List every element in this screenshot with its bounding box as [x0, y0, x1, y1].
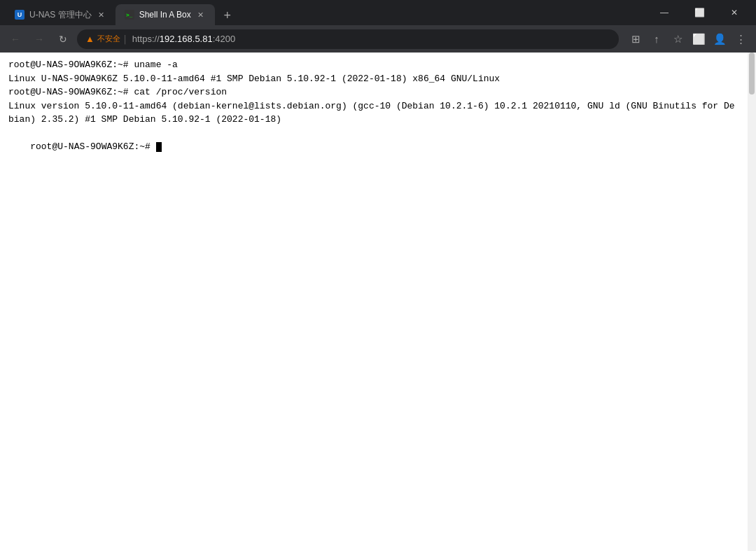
- warning-icon: ▲: [85, 34, 94, 44]
- close-button[interactable]: ✕: [718, 1, 750, 24]
- refresh-button[interactable]: ↻: [53, 29, 73, 49]
- tab-shell[interactable]: >_ Shell In A Box ✕: [115, 4, 215, 25]
- profile-icon[interactable]: 👤: [710, 29, 729, 49]
- watermark: 值 什么值得买: [689, 531, 746, 544]
- shell-favicon-icon: >_: [125, 10, 134, 20]
- extensions-icon[interactable]: ⬜: [689, 29, 708, 49]
- terminal-content[interactable]: root@U-NAS-9OWA9K6Z:~# uname -a Linux U-…: [0, 53, 748, 551]
- title-bar: U U-NAS 管理中心 ✕ >_ Shell In A Box ✕ +: [0, 0, 756, 25]
- terminal-line-1: Linux U-NAS-9OWA9K6Z 5.10.0-11-amd64 #1 …: [8, 72, 739, 86]
- cast-icon[interactable]: ⊞: [626, 29, 645, 49]
- forward-button[interactable]: →: [29, 29, 49, 49]
- unas-favicon-icon: U: [15, 10, 24, 20]
- window-controls: — ⬜ ✕: [648, 1, 750, 24]
- watermark-icon: 值: [689, 532, 698, 543]
- terminal-cursor: [156, 142, 162, 152]
- security-warning-text: 不安全: [97, 34, 120, 44]
- tabs-area: U U-NAS 管理中心 ✕ >_ Shell In A Box ✕ +: [6, 0, 648, 25]
- new-tab-button[interactable]: +: [218, 6, 237, 25]
- tab-shell-close[interactable]: ✕: [195, 9, 206, 20]
- bookmark-icon[interactable]: ☆: [668, 29, 687, 49]
- address-protocol: https://: [132, 34, 160, 44]
- tab-unas-favicon: U: [14, 9, 25, 20]
- terminal-line-4: root@U-NAS-9OWA9K6Z:~#: [8, 127, 739, 168]
- terminal-prompt: root@U-NAS-9OWA9K6Z:~#: [30, 141, 155, 152]
- terminal-line-2: root@U-NAS-9OWA9K6Z:~# cat /proc/version: [8, 85, 739, 99]
- toolbar-icons: ⊞ ↑ ☆ ⬜ 👤 ⋮: [626, 29, 750, 49]
- tab-unas[interactable]: U U-NAS 管理中心 ✕: [6, 4, 115, 25]
- security-warning: ▲ 不安全 │: [85, 34, 128, 44]
- terminal-line-0: root@U-NAS-9OWA9K6Z:~# uname -a: [8, 58, 739, 72]
- tab-unas-label: U-NAS 管理中心: [29, 9, 92, 21]
- scrollbar-track[interactable]: [748, 53, 756, 551]
- address-port: :4200: [213, 34, 236, 44]
- scrollbar-thumb[interactable]: [749, 53, 755, 95]
- share-icon[interactable]: ↑: [647, 29, 666, 49]
- address-url: https://192.168.5.81:4200: [132, 34, 610, 44]
- tab-unas-close[interactable]: ✕: [96, 9, 107, 20]
- menu-icon[interactable]: ⋮: [731, 29, 750, 49]
- address-input-wrap[interactable]: ▲ 不安全 │ https://192.168.5.81:4200: [77, 29, 619, 49]
- terminal-line-3: Linux version 5.10.0-11-amd64 (debian-ke…: [8, 99, 739, 127]
- tab-shell-favicon: >_: [124, 9, 135, 20]
- back-button[interactable]: ←: [6, 29, 25, 49]
- separator: │: [123, 35, 128, 43]
- address-host: 192.168.5.81: [160, 34, 213, 44]
- tab-shell-label: Shell In A Box: [139, 10, 191, 20]
- watermark-text: 什么值得买: [701, 532, 746, 543]
- browser-chrome: U U-NAS 管理中心 ✕ >_ Shell In A Box ✕ +: [0, 0, 756, 53]
- maximize-button[interactable]: ⬜: [683, 1, 715, 24]
- address-bar: ← → ↻ ▲ 不安全 │ https://192.168.5.81:4200 …: [0, 25, 756, 53]
- minimize-button[interactable]: —: [648, 1, 680, 24]
